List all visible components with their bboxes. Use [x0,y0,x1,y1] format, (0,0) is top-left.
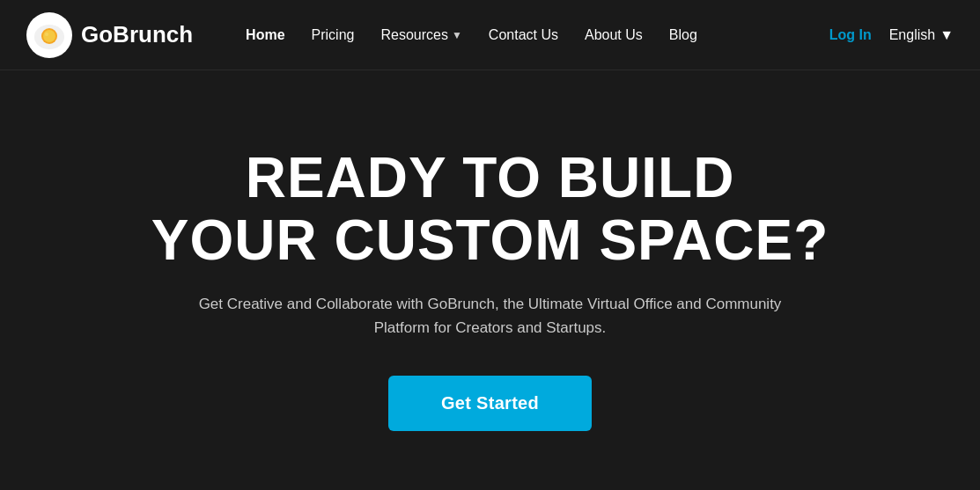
hero-section: READY TO BUILD YOUR CUSTOM SPACE? Get Cr… [0,70,980,490]
hero-title: READY TO BUILD YOUR CUSTOM SPACE? [151,147,829,271]
language-chevron-icon: ▼ [939,27,954,43]
hero-title-line1: READY TO BUILD [246,146,735,209]
nav-pricing[interactable]: Pricing [312,27,355,43]
nav-resources-label: Resources [380,27,447,43]
logo-icon [26,12,72,58]
svg-point-5 [45,33,48,36]
get-started-button[interactable]: Get Started [388,376,592,431]
nav-login[interactable]: Log In [829,27,872,43]
nav-links: Home Pricing Resources ▼ Contact Us Abou… [246,27,829,43]
nav-contact[interactable]: Contact Us [489,27,558,43]
brand-name: GoBrunch [81,21,193,48]
nav-right: Log In English ▼ [829,27,954,43]
svg-point-4 [43,30,55,42]
navbar: GoBrunch Home Pricing Resources ▼ Contac… [0,0,980,70]
nav-blog[interactable]: Blog [669,27,697,43]
language-selector[interactable]: English ▼ [889,27,954,43]
logo[interactable]: GoBrunch [26,12,193,58]
nav-home[interactable]: Home [246,27,284,43]
nav-about[interactable]: About Us [585,27,643,43]
language-label: English [889,27,935,43]
hero-subtitle: Get Creative and Collaborate with GoBrun… [182,292,799,340]
hero-title-line2: YOUR CUSTOM SPACE? [151,208,829,272]
resources-chevron-icon: ▼ [452,29,462,41]
nav-resources[interactable]: Resources ▼ [380,27,461,43]
